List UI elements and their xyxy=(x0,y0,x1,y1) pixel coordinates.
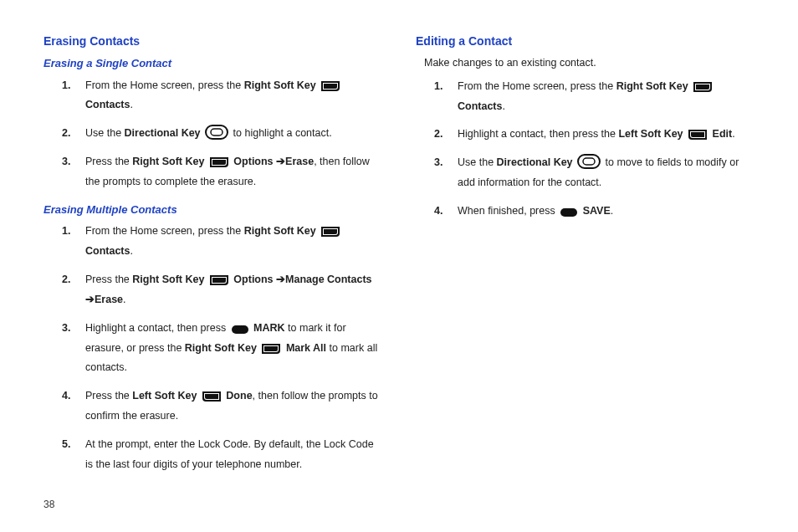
left-soft-key-icon xyxy=(202,386,222,407)
text: . xyxy=(502,100,504,112)
right-soft-key-icon xyxy=(261,339,281,359)
text: From the Home screen, press the xyxy=(85,79,244,91)
bold: Options xyxy=(233,156,273,167)
arrow-icon xyxy=(274,274,285,285)
right-soft-key-icon xyxy=(320,76,340,96)
text: When finished, press xyxy=(458,205,558,217)
step: Use the Directional Key to highlight a c… xyxy=(80,124,382,144)
right-soft-key-icon xyxy=(209,270,229,290)
bold: Erase xyxy=(95,294,123,305)
heading-editing-contact: Editing a Contact xyxy=(416,32,755,51)
step: Press the Right Soft Key OptionsManage C… xyxy=(80,270,382,310)
svg-rect-0 xyxy=(206,125,228,139)
directional-key-icon xyxy=(205,124,228,144)
bold: Erase xyxy=(285,156,314,167)
right-soft-key-icon xyxy=(320,222,340,242)
bold: Directional Key xyxy=(497,156,573,168)
text: . xyxy=(130,245,132,257)
step: Press the Left Soft Key Done, then follo… xyxy=(80,386,382,427)
bold: Contacts xyxy=(85,245,130,257)
bold: Left Soft Key xyxy=(132,390,197,402)
bold: Right Soft Key xyxy=(132,156,204,167)
center-key-icon xyxy=(560,202,578,222)
svg-rect-4 xyxy=(583,158,595,165)
text: to highlight a contact. xyxy=(233,127,332,139)
step: At the prompt, enter the Lock Code. By d… xyxy=(80,435,382,475)
step: From the Home screen, press the Right So… xyxy=(80,222,382,262)
text: . xyxy=(123,294,125,305)
right-soft-key-icon xyxy=(693,77,713,97)
center-key-icon xyxy=(231,319,249,339)
step: Highlight a contact, then press the Left… xyxy=(453,125,755,145)
step: Press the Right Soft Key OptionsErase, t… xyxy=(80,152,382,192)
svg-rect-2 xyxy=(232,325,248,334)
heading-erasing-contacts: Erasing Contacts xyxy=(43,32,382,51)
step: Use the Directional Key to move to field… xyxy=(453,153,755,193)
text: From the Home screen, press the xyxy=(85,225,244,237)
bold: Mark All xyxy=(286,342,326,354)
arrow-icon xyxy=(85,294,95,305)
bold: Options xyxy=(233,274,273,285)
subheading-erasing-single: Erasing a Single Contact xyxy=(43,54,382,72)
bold: Right Soft Key xyxy=(244,79,316,91)
page-number: 38 xyxy=(43,499,54,510)
text: Press the xyxy=(85,156,132,167)
text: . xyxy=(130,99,132,110)
bold: Right Soft Key xyxy=(616,80,688,92)
text: From the Home screen, press the xyxy=(458,80,616,92)
svg-rect-1 xyxy=(211,129,223,136)
bold: SAVE xyxy=(583,205,611,217)
step: When finished, press SAVE. xyxy=(453,202,755,222)
text: Use the xyxy=(85,127,125,139)
bold: Contacts xyxy=(85,99,130,110)
left-column: Erasing Contacts Erasing a Single Contac… xyxy=(43,32,382,500)
bold: Edit xyxy=(713,129,733,141)
subheading-erasing-multiple: Erasing Multiple Contacts xyxy=(43,201,382,218)
text: . xyxy=(732,129,734,141)
bold: Contacts xyxy=(458,100,502,112)
bold: Done xyxy=(226,390,252,402)
text: Highlight a contact, then press the xyxy=(458,129,618,141)
text: . xyxy=(611,205,613,217)
left-soft-key-icon xyxy=(688,125,708,145)
text: Highlight a contact, then press xyxy=(85,322,229,334)
right-soft-key-icon xyxy=(209,152,229,172)
bold: Manage Contacts xyxy=(285,274,372,285)
svg-rect-5 xyxy=(560,208,577,217)
text: Use the xyxy=(458,156,497,168)
intro-text: Make changes to an existing contact. xyxy=(424,54,755,72)
steps-erasing-multiple: From the Home screen, press the Right So… xyxy=(43,222,382,474)
bold: MARK xyxy=(253,322,285,334)
text: Press the xyxy=(85,390,132,402)
right-column: Editing a Contact Make changes to an exi… xyxy=(416,32,755,500)
text: Press the xyxy=(85,274,132,285)
text: At the prompt, enter the Lock Code. By d… xyxy=(85,438,374,470)
bold: Right Soft Key xyxy=(132,274,204,285)
bold: Left Soft Key xyxy=(618,129,683,141)
bold: Directional Key xyxy=(125,127,201,139)
bold: Right Soft Key xyxy=(244,225,316,237)
svg-rect-3 xyxy=(578,155,600,168)
step: From the Home screen, press the Right So… xyxy=(80,76,382,116)
arrow-icon xyxy=(274,156,285,167)
steps-editing: From the Home screen, press the Right So… xyxy=(416,77,755,222)
steps-erasing-single: From the Home screen, press the Right So… xyxy=(43,76,382,192)
bold: Right Soft Key xyxy=(185,342,257,354)
step: From the Home screen, press the Right So… xyxy=(453,77,755,117)
directional-key-icon xyxy=(577,153,601,173)
step: Highlight a contact, then press MARK to … xyxy=(80,319,382,379)
